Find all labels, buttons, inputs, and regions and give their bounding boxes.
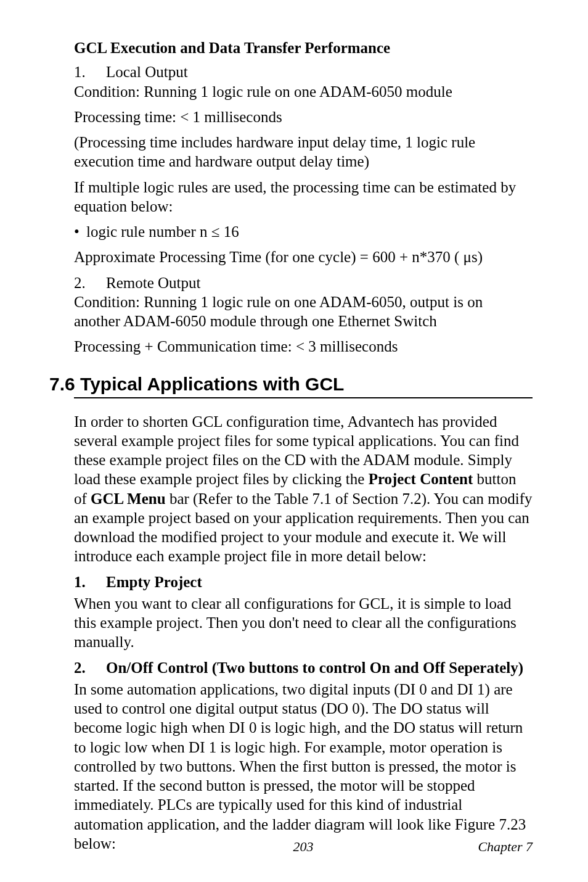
page-body: GCL Execution and Data Transfer Performa…	[0, 0, 588, 882]
section-divider	[74, 397, 533, 398]
logic-rule-bullet: • logic rule number n ≤ 16	[74, 222, 533, 241]
logic-rule-text: logic rule number n ≤ 16	[86, 222, 239, 241]
gcl-perf-heading: GCL Execution and Data Transfer Performa…	[74, 38, 533, 57]
empty-project-heading: 1. Empty Project	[74, 572, 533, 591]
section-7-6-title: 7.6 Typical Applications with GCL	[49, 374, 533, 395]
remote-output-item: 2. Remote Output	[74, 273, 533, 292]
list-number-2: 2.	[74, 273, 106, 292]
list-number-1: 1.	[74, 62, 106, 81]
page-footer: 203 Chapter 7	[74, 839, 533, 855]
local-output-condition: Condition: Running 1 logic rule on one A…	[74, 82, 533, 101]
project-content-bold: Project Content	[369, 471, 473, 487]
processing-note: (Processing time includes hardware input…	[74, 133, 533, 171]
onoff-control-label: On/Off Control (Two buttons to control O…	[106, 658, 523, 677]
processing-time: Processing time: < 1 milliseconds	[74, 107, 533, 126]
empty-project-label: Empty Project	[106, 572, 202, 591]
sub-number-2: 2.	[74, 658, 106, 677]
local-output-item: 1. Local Output	[74, 62, 533, 81]
multi-rule-intro: If multiple logic rules are used, the pr…	[74, 178, 533, 216]
onoff-control-heading: 2. On/Off Control (Two buttons to contro…	[74, 658, 533, 677]
approx-equation: Approximate Processing Time (for one cyc…	[74, 247, 533, 266]
local-output-label: Local Output	[106, 62, 188, 81]
remote-output-condition: Condition: Running 1 logic rule on one A…	[74, 292, 533, 331]
sub-number-1: 1.	[74, 572, 106, 591]
bullet-icon: •	[74, 222, 86, 241]
empty-project-body: When you want to clear all configuration…	[74, 594, 533, 652]
onoff-control-body: In some automation applications, two dig…	[74, 680, 533, 853]
footer-page-number: 203	[74, 839, 533, 855]
section-intro-paragraph: In order to shorten GCL configuration ti…	[74, 412, 533, 566]
proc-comm-time: Processing + Communication time: < 3 mil…	[74, 337, 533, 356]
gcl-menu-bold: GCL Menu	[91, 490, 166, 507]
remote-output-label: Remote Output	[106, 273, 200, 292]
